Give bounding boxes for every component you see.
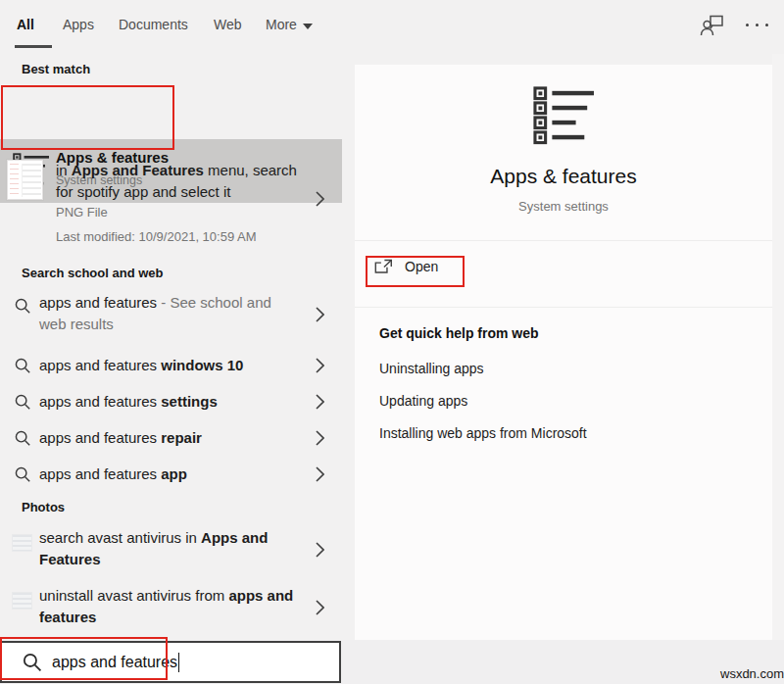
web-search-result[interactable]: apps and features - See school and web r… bbox=[0, 289, 342, 342]
search-icon bbox=[14, 429, 31, 447]
suggestion-text: apps and features windows 10 bbox=[39, 357, 243, 373]
file-thumbnail bbox=[7, 160, 43, 200]
help-link-uninstalling[interactable]: Uninstalling apps bbox=[379, 361, 484, 376]
search-icon bbox=[14, 357, 31, 374]
web-result-text: apps and features - See school and web r… bbox=[39, 292, 298, 335]
open-external-icon bbox=[374, 259, 393, 274]
chevron-right-icon[interactable] bbox=[316, 358, 324, 373]
open-label: Open bbox=[405, 259, 438, 274]
suggestion-row[interactable]: apps and features settings bbox=[0, 383, 342, 419]
help-link-updating[interactable]: Updating apps bbox=[379, 393, 467, 409]
photo-result-text: uninstall avast antivirus from apps and … bbox=[39, 585, 304, 628]
photo-thumbnail bbox=[12, 592, 32, 610]
account-icon[interactable] bbox=[700, 14, 725, 37]
open-button[interactable]: Open bbox=[374, 259, 438, 274]
suggestion-row[interactable]: apps and features repair bbox=[0, 419, 342, 456]
apps-features-icon-large bbox=[532, 86, 595, 145]
suggestion-row[interactable]: apps and features app bbox=[0, 456, 342, 492]
divider bbox=[355, 307, 772, 308]
tab-web[interactable]: Web bbox=[214, 17, 242, 32]
help-link-installing[interactable]: Installing web apps from Microsoft bbox=[379, 425, 587, 441]
search-icon bbox=[22, 652, 42, 672]
chevron-right-icon[interactable] bbox=[316, 191, 324, 207]
search-icon bbox=[14, 465, 31, 483]
preview-title: Apps & features bbox=[355, 165, 772, 188]
search-icon bbox=[14, 393, 31, 411]
text-cursor bbox=[178, 653, 179, 672]
tab-apps[interactable]: Apps bbox=[63, 17, 94, 32]
chevron-right-icon[interactable] bbox=[316, 466, 324, 482]
chevron-right-icon[interactable] bbox=[316, 600, 324, 615]
chevron-right-icon[interactable] bbox=[316, 542, 324, 558]
photo-thumbnail bbox=[12, 534, 32, 552]
web-section-header: Search school and web bbox=[22, 266, 164, 280]
active-tab-underline bbox=[15, 45, 52, 48]
suggestion-text: apps and features repair bbox=[39, 429, 202, 446]
watermark: wsxdn.com bbox=[720, 666, 784, 681]
file-type: PNG File bbox=[56, 205, 108, 220]
suggestion-text: apps and features settings bbox=[39, 393, 218, 410]
quick-help-header: Get quick help from web bbox=[379, 325, 539, 341]
file-result[interactable]: in Apps and Features menu, search for sp… bbox=[0, 152, 342, 253]
chevron-down-icon[interactable] bbox=[303, 24, 313, 29]
tab-more[interactable]: More bbox=[266, 17, 297, 32]
more-options-icon[interactable] bbox=[746, 24, 771, 27]
search-box[interactable]: apps and features bbox=[0, 641, 341, 683]
search-input-value[interactable]: apps and features bbox=[52, 654, 177, 671]
photo-result[interactable]: uninstall avast antivirus from apps and … bbox=[0, 580, 342, 636]
photo-result-text: search avast antivirus in Apps and Featu… bbox=[39, 527, 304, 570]
file-modified: Last modified: 10/9/2021, 10:59 AM bbox=[56, 229, 257, 244]
best-match-header: Best match bbox=[22, 62, 90, 76]
preview-subtitle: System settings bbox=[355, 199, 772, 214]
chevron-right-icon[interactable] bbox=[316, 430, 324, 446]
photo-result[interactable]: search avast antivirus in Apps and Featu… bbox=[0, 522, 342, 578]
chevron-right-icon[interactable] bbox=[316, 307, 324, 322]
file-result-text: in Apps and Features menu, search for sp… bbox=[56, 160, 309, 203]
search-icon bbox=[14, 297, 31, 315]
chevron-right-icon[interactable] bbox=[316, 394, 324, 410]
divider bbox=[355, 240, 772, 241]
suggestion-text: apps and features app bbox=[39, 465, 187, 482]
tab-all[interactable]: All bbox=[17, 17, 34, 32]
desktop-edge-strip bbox=[772, 54, 784, 640]
suggestion-row[interactable]: apps and features windows 10 bbox=[0, 347, 342, 383]
results-pane: Best match Apps & features System settin… bbox=[0, 54, 342, 640]
tab-documents[interactable]: Documents bbox=[119, 17, 188, 32]
search-tab-bar: All Apps Documents Web More bbox=[0, 0, 784, 54]
preview-panel: Apps & features System settings Open Get… bbox=[355, 65, 772, 640]
photos-section-header: Photos bbox=[22, 500, 65, 514]
